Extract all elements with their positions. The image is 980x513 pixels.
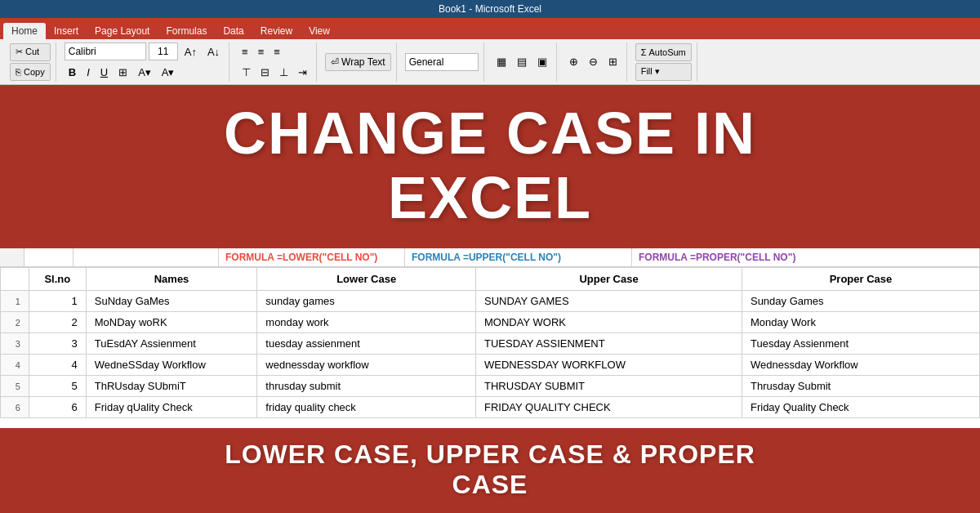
align-bottom-button[interactable]: ⊥ bbox=[275, 63, 292, 81]
fill-button[interactable]: Fill ▾ bbox=[635, 63, 692, 81]
slno-cell: 1 bbox=[29, 291, 86, 312]
footer-title: LOWER CASE, UPPER CASE & PROPERCASE bbox=[0, 439, 980, 500]
tab-formulas[interactable]: Formulas bbox=[158, 23, 215, 39]
name-cell: MoNDay woRK bbox=[86, 312, 257, 333]
upper-cell: THRUSDAY SUBMIT bbox=[476, 376, 742, 397]
font-section: A↑ A↓ B I U ⊞ A▾ A▾ bbox=[60, 42, 229, 82]
name-cell: Friday qUality Check bbox=[86, 397, 257, 418]
font-size-input[interactable] bbox=[149, 42, 178, 60]
cell-styles-button[interactable]: ▣ bbox=[533, 53, 551, 71]
data-table: Sl.no Names Lower Case Upper Case Proper… bbox=[0, 267, 980, 418]
lower-cell: tuesday assienment bbox=[257, 333, 476, 355]
slno-cell: 3 bbox=[29, 333, 86, 355]
title-bar: Book1 - Microsoft Excel bbox=[0, 0, 980, 18]
table-row: 3 3 TuEsdAY Assienment tuesday assienmen… bbox=[1, 333, 980, 355]
formula-row: FORMULA =LOWER("CELL NO") FORMULA =UPPER… bbox=[0, 248, 980, 267]
name-cell: SuNday GaMes bbox=[86, 291, 257, 312]
proper-cell: Monday Work bbox=[742, 312, 979, 333]
ribbon-tabs: Home Insert Page Layout Formulas Data Re… bbox=[0, 18, 980, 39]
font-name-input[interactable] bbox=[65, 42, 146, 60]
italic-button[interactable]: I bbox=[82, 63, 94, 81]
delete-cells-button[interactable]: ⊖ bbox=[585, 53, 602, 71]
number-format-input[interactable] bbox=[405, 53, 479, 71]
row-num-cell: 5 bbox=[1, 376, 29, 397]
th-names: Names bbox=[86, 268, 257, 291]
increase-font-button[interactable]: A↑ bbox=[180, 42, 201, 60]
tab-data[interactable]: Data bbox=[215, 23, 252, 39]
formula-cell-upper: FORMULA =UPPER("CELL NO") bbox=[405, 248, 632, 266]
tab-view[interactable]: View bbox=[301, 23, 338, 39]
slno-cell: 5 bbox=[29, 376, 86, 397]
upper-cell: WEDNESSDAY WORKFLOW bbox=[476, 355, 742, 376]
number-section bbox=[400, 42, 484, 82]
upper-cell: FRIDAY QUALITY CHECK bbox=[476, 397, 742, 418]
slno-cell: 6 bbox=[29, 397, 86, 418]
lower-cell: sunday games bbox=[257, 291, 476, 312]
tab-review[interactable]: Review bbox=[252, 23, 301, 39]
proper-cell: Thrusday Submit bbox=[742, 376, 979, 397]
tab-home[interactable]: Home bbox=[3, 23, 46, 39]
bold-button[interactable]: B bbox=[65, 63, 80, 81]
formula-cell-1 bbox=[74, 248, 219, 266]
name-cell: WedneSSday Workflow bbox=[86, 355, 257, 376]
alignment-section: ≡ ≡ ≡ ⊤ ⊟ ⊥ ⇥ bbox=[233, 42, 317, 82]
banner-overlay: CHANGE CASE INEXCEL bbox=[0, 85, 980, 248]
table-header-row: Sl.no Names Lower Case Upper Case Proper… bbox=[1, 268, 980, 291]
wrap-text-icon: ⏎ bbox=[331, 56, 339, 68]
upper-cell: TUESDAY ASSIENMENT bbox=[476, 333, 742, 355]
insert-cells-button[interactable]: ⊕ bbox=[565, 53, 582, 71]
align-left-button[interactable]: ≡ bbox=[238, 42, 252, 60]
conditional-format-button[interactable]: ▦ bbox=[492, 53, 510, 71]
table-row: 6 6 Friday qUality Check friday quality … bbox=[1, 397, 980, 418]
th-slno: Sl.no bbox=[29, 268, 86, 291]
footer-banner: LOWER CASE, UPPER CASE & PROPERCASE bbox=[0, 428, 980, 513]
font-color-button[interactable]: A▾ bbox=[158, 63, 179, 81]
underline-button[interactable]: U bbox=[96, 63, 112, 81]
row-num-cell: 6 bbox=[1, 397, 29, 418]
autosum-button[interactable]: Σ AutoSum bbox=[635, 43, 692, 61]
banner-title: CHANGE CASE INEXCEL bbox=[0, 101, 980, 230]
th-upper: Upper Case bbox=[476, 268, 742, 291]
slno-cell: 2 bbox=[29, 312, 86, 333]
indent-button[interactable]: ⇥ bbox=[294, 63, 311, 81]
tab-insert[interactable]: Insert bbox=[46, 23, 87, 39]
proper-cell: Sunday Games bbox=[742, 291, 979, 312]
wrap-text-button[interactable]: ⏎ Wrap Text bbox=[325, 53, 391, 71]
upper-cell: MONDAY WORK bbox=[476, 312, 742, 333]
row-num-cell: 1 bbox=[1, 291, 29, 312]
col-header-slno bbox=[1, 268, 29, 291]
format-cells-button[interactable]: ⊞ bbox=[604, 53, 621, 71]
format-table-button[interactable]: ▤ bbox=[513, 53, 531, 71]
proper-cell: Wednessday Workflow bbox=[742, 355, 979, 376]
copy-button[interactable]: ⎘ Copy bbox=[10, 63, 51, 81]
styles-section: ▦ ▤ ▣ bbox=[488, 42, 557, 82]
formula-cell-lower: FORMULA =LOWER("CELL NO") bbox=[219, 248, 405, 266]
fill-color-button[interactable]: A▾ bbox=[134, 63, 155, 81]
spreadsheet: FORMULA =LOWER("CELL NO") FORMULA =UPPER… bbox=[0, 248, 980, 418]
formula-cell-proper: FORMULA =PROPER("CELL NO") bbox=[632, 248, 980, 266]
cells-section: ⊕ ⊖ ⊞ bbox=[560, 42, 627, 82]
th-lower: Lower Case bbox=[257, 268, 476, 291]
lower-cell: thrusday submit bbox=[257, 376, 476, 397]
align-right-button[interactable]: ≡ bbox=[270, 42, 284, 60]
row-num-cell: 2 bbox=[1, 312, 29, 333]
formula-row-num bbox=[0, 248, 24, 266]
align-top-button[interactable]: ⊤ bbox=[238, 63, 255, 81]
formula-cell-0 bbox=[24, 248, 74, 266]
lower-cell: wednessday workflow bbox=[257, 355, 476, 376]
table-row: 1 1 SuNday GaMes sunday games SUNDAY GAM… bbox=[1, 291, 980, 312]
name-cell: TuEsdAY Assienment bbox=[86, 333, 257, 355]
proper-cell: Tuesday Assienment bbox=[742, 333, 979, 355]
align-center-button[interactable]: ≡ bbox=[254, 42, 269, 60]
cut-button[interactable]: ✂ Cut bbox=[10, 43, 51, 61]
slno-cell: 4 bbox=[29, 355, 86, 376]
editing-section: Σ AutoSum Fill ▾ bbox=[630, 42, 697, 82]
table-row: 4 4 WedneSSday Workflow wednessday workf… bbox=[1, 355, 980, 376]
align-middle-button[interactable]: ⊟ bbox=[256, 63, 274, 81]
decrease-font-button[interactable]: A↓ bbox=[203, 42, 224, 60]
ribbon-toolbar: ✂ Cut ⎘ Copy A↑ A↓ B I U ⊞ A▾ A▾ ≡ bbox=[0, 39, 980, 85]
tab-page-layout[interactable]: Page Layout bbox=[87, 23, 158, 39]
title-text: Book1 - Microsoft Excel bbox=[439, 3, 541, 15]
name-cell: ThRUsday SUbmiT bbox=[86, 376, 257, 397]
border-button[interactable]: ⊞ bbox=[114, 63, 131, 81]
